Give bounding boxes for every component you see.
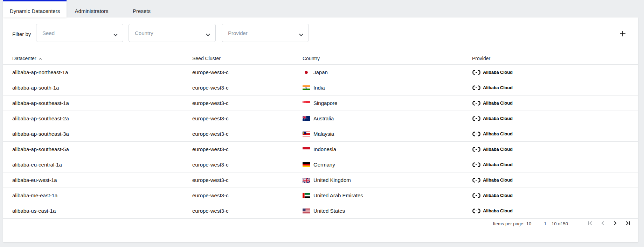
table-row[interactable]: alibaba-ap-northeast-1a europe-west3-c J… [3, 65, 638, 80]
flag-us-icon [303, 209, 310, 213]
table-row[interactable]: alibaba-eu-west-1a europe-west3-c United… [3, 172, 638, 188]
country-cell: Australia [303, 115, 472, 121]
table-row[interactable]: alibaba-ap-southeast-1a europe-west3-c S… [3, 96, 638, 111]
last-page-button[interactable] [623, 219, 632, 228]
country-cell: India [303, 85, 472, 91]
provider-cell: Alibaba Cloud [472, 193, 629, 198]
seed-cluster-cell: europe-west3-c [192, 192, 303, 198]
country-cell: Malaysia [303, 131, 472, 137]
table-body: alibaba-ap-northeast-1a europe-west3-c J… [3, 65, 638, 219]
seed-cluster-cell: europe-west3-c [192, 146, 303, 152]
seed-cluster-cell: europe-west3-c [192, 177, 303, 183]
previous-page-button[interactable] [598, 219, 607, 228]
flag-my-icon [303, 132, 310, 136]
provider-cell: Alibaba Cloud [472, 162, 629, 168]
country-cell: Singapore [303, 100, 472, 106]
column-header-provider[interactable]: Provider [472, 56, 629, 61]
flag-id-icon [303, 147, 310, 152]
items-per-page-label: Items per page: [493, 221, 525, 226]
page-range-label: 1 – 10 of 50 [544, 221, 568, 226]
datacenter-cell: alibaba-eu-west-1a [12, 177, 192, 183]
alibaba-cloud-logo-icon [472, 162, 481, 168]
table-row[interactable]: alibaba-me-east-1a europe-west3-c United… [3, 188, 638, 203]
provider-name: Alibaba Cloud [483, 193, 513, 198]
country-filter-dropdown[interactable]: Country [129, 24, 216, 42]
provider-name: Alibaba Cloud [483, 162, 513, 167]
table-row[interactable]: alibaba-ap-southeast-3a europe-west3-c M… [3, 126, 638, 142]
tab-presets[interactable]: Presets [117, 0, 167, 17]
seed-filter-placeholder: Seed [42, 30, 55, 36]
add-datacenter-button[interactable] [616, 27, 630, 41]
dynamic-datacenters-panel: Filter by Seed Country Provider Datacent… [3, 17, 638, 242]
country-name: Singapore [313, 100, 337, 106]
datacenter-cell: alibaba-ap-southeast-2a [12, 115, 192, 121]
country-name: Australia [313, 115, 334, 121]
country-cell: Japan [303, 69, 472, 75]
datacenter-cell: alibaba-ap-southeast-1a [12, 100, 192, 106]
table-row[interactable]: alibaba-ap-southeast-2a europe-west3-c A… [3, 111, 638, 126]
alibaba-cloud-logo-icon [472, 147, 481, 152]
seed-cluster-cell: europe-west3-c [192, 208, 303, 214]
provider-name: Alibaba Cloud [483, 208, 513, 213]
filter-by-label: Filter by [12, 31, 31, 37]
provider-filter-placeholder: Provider [228, 30, 248, 36]
flag-de-icon [303, 162, 310, 167]
flag-gb-icon [303, 178, 310, 183]
datacenters-table: Datacenter Seed Cluster Country Provider… [3, 52, 638, 219]
flag-ae-icon [303, 193, 310, 198]
items-per-page-select[interactable]: 10 [526, 221, 531, 226]
paginator-nav [582, 219, 632, 228]
country-cell: United States [303, 208, 472, 214]
country-name: Germany [313, 162, 335, 168]
provider-name: Alibaba Cloud [483, 70, 513, 75]
tab-label: Administrators [75, 8, 109, 14]
datacenter-cell: alibaba-ap-southeast-3a [12, 131, 192, 137]
alibaba-cloud-logo-icon [472, 193, 481, 198]
table-row[interactable]: alibaba-eu-central-1a europe-west3-c Ger… [3, 157, 638, 172]
seed-cluster-cell: europe-west3-c [192, 162, 303, 168]
provider-name: Alibaba Cloud [483, 85, 513, 90]
flag-jp-icon [303, 70, 310, 75]
provider-cell: Alibaba Cloud [472, 208, 629, 214]
provider-filter-dropdown[interactable]: Provider [222, 24, 309, 42]
tab-dynamic-datacenters[interactable]: Dynamic Datacenters [3, 0, 67, 17]
table-row[interactable]: alibaba-ap-south-1a europe-west3-c India… [3, 80, 638, 96]
country-name: United States [313, 208, 345, 214]
tab-label: Dynamic Datacenters [10, 8, 60, 14]
first-page-button[interactable] [586, 219, 595, 228]
chevron-down-icon [113, 31, 118, 37]
provider-name: Alibaba Cloud [483, 116, 513, 121]
provider-name: Alibaba Cloud [483, 131, 513, 136]
paginator: Items per page: 10 1 – 10 of 50 [3, 214, 638, 233]
provider-name: Alibaba Cloud [483, 147, 513, 152]
provider-cell: Alibaba Cloud [472, 177, 629, 183]
next-page-button[interactable] [611, 219, 620, 228]
alibaba-cloud-logo-icon [472, 208, 481, 214]
alibaba-cloud-logo-icon [472, 116, 481, 121]
datacenter-cell: alibaba-ap-northeast-1a [12, 69, 192, 75]
column-header-country[interactable]: Country [303, 56, 472, 61]
country-name: Malaysia [313, 131, 334, 137]
column-header-seed-cluster[interactable]: Seed Cluster [192, 56, 303, 61]
seed-cluster-cell: europe-west3-c [192, 85, 303, 91]
provider-cell: Alibaba Cloud [472, 85, 629, 91]
chevron-down-icon [206, 31, 210, 37]
provider-cell: Alibaba Cloud [472, 70, 629, 75]
alibaba-cloud-logo-icon [472, 70, 481, 75]
column-header-datacenter[interactable]: Datacenter [12, 55, 192, 62]
flag-in-icon [303, 85, 310, 90]
table-row[interactable]: alibaba-ap-southeast-5a europe-west3-c I… [3, 142, 638, 157]
country-cell: United Arab Emirates [303, 192, 472, 198]
seed-cluster-cell: europe-west3-c [192, 100, 303, 106]
country-name: United Kingdom [313, 177, 351, 183]
tab-administrators[interactable]: Administrators [67, 0, 117, 17]
last-page-icon [624, 220, 631, 228]
alibaba-cloud-logo-icon [472, 131, 481, 137]
provider-cell: Alibaba Cloud [472, 100, 629, 106]
plus-icon [619, 30, 626, 38]
country-name: Japan [313, 69, 328, 75]
chevron-right-icon [612, 220, 619, 228]
chevron-down-icon [299, 31, 303, 37]
seed-filter-dropdown[interactable]: Seed [36, 24, 123, 42]
tab-label: Presets [133, 8, 151, 14]
